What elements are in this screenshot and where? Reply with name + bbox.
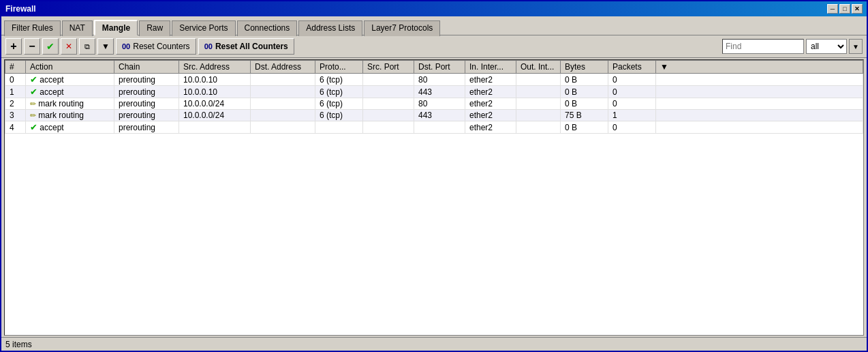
cross-icon: ✕ <box>65 42 72 51</box>
cell-out-int <box>516 110 561 121</box>
table-row[interactable]: 3 ✏ mark routing prerouting 10.0.0.0/24 … <box>5 110 863 121</box>
tab-address-lists[interactable]: Address Lists <box>298 20 362 36</box>
cell-action: ✏ mark routing <box>26 110 114 121</box>
add-button[interactable]: + <box>5 38 22 55</box>
disable-button[interactable]: ✕ <box>61 38 77 55</box>
cell-src-address: 10.0.0.0/24 <box>179 110 251 121</box>
window-title: Firewall <box>5 4 36 14</box>
tabs-bar: Filter Rules NAT Mangle Raw Service Port… <box>1 16 867 35</box>
col-header-in-inter[interactable]: In. Inter... <box>465 61 516 74</box>
cell-packets: 0 <box>608 86 656 98</box>
cell-src-port <box>363 121 414 134</box>
cell-extra <box>656 98 863 110</box>
main-content: # Action Chain Src. Address Dst. Address… <box>1 58 867 337</box>
action-check-icon: ✔ <box>30 87 37 97</box>
table-row[interactable]: 2 ✏ mark routing prerouting 10.0.0.0/24 … <box>5 98 863 110</box>
tab-connections[interactable]: Connections <box>237 20 298 36</box>
action-check-icon: ✔ <box>30 74 37 85</box>
status-bar: 5 items <box>1 337 867 351</box>
cell-extra <box>656 74 863 86</box>
cell-bytes: 0 B <box>561 74 608 86</box>
cell-dst-address <box>251 110 315 121</box>
filter-button[interactable]: ▼ <box>97 38 114 55</box>
col-header-dst-address[interactable]: Dst. Address <box>251 61 315 74</box>
cell-dst-address <box>251 121 315 134</box>
cell-extra <box>656 121 863 134</box>
col-header-proto[interactable]: Proto... <box>315 61 363 74</box>
cell-dst-port: 443 <box>414 86 465 98</box>
cell-in-inter: ether2 <box>465 121 516 134</box>
cell-id: 4 <box>5 121 26 134</box>
cell-src-port <box>363 74 414 86</box>
tab-nat[interactable]: NAT <box>62 20 93 36</box>
cell-action: ✔ accept <box>26 86 114 98</box>
col-header-action[interactable]: Action <box>26 61 114 74</box>
rules-table: # Action Chain Src. Address Dst. Address… <box>5 60 863 134</box>
cell-dst-address <box>251 74 315 86</box>
status-items-label: 5 items <box>5 340 32 349</box>
copy-button[interactable]: ⧉ <box>79 38 95 55</box>
cell-proto: 6 (tcp) <box>315 98 363 110</box>
action-check-icon: ✔ <box>30 122 37 132</box>
tab-layer7-protocols[interactable]: Layer7 Protocols <box>364 20 440 36</box>
cell-packets: 0 <box>608 98 656 110</box>
dropdown-arrow-icon: ▼ <box>852 43 859 50</box>
cell-id: 1 <box>5 86 26 98</box>
title-controls: ─ □ ✕ <box>827 4 863 14</box>
tab-mangle[interactable]: Mangle <box>94 20 138 35</box>
cell-proto: 6 (tcp) <box>315 110 363 121</box>
cell-out-int <box>516 98 561 110</box>
cell-extra <box>656 86 863 98</box>
cell-id: 3 <box>5 110 26 121</box>
close-button[interactable]: ✕ <box>852 4 863 14</box>
reset-all-counters-button[interactable]: 00 Reset All Counters <box>198 38 294 55</box>
cell-out-int <box>516 74 561 86</box>
cell-src-address: 10.0.0.10 <box>179 74 251 86</box>
find-input[interactable] <box>722 39 804 54</box>
tab-service-ports[interactable]: Service Ports <box>172 20 235 36</box>
cell-action: ✔ accept <box>26 121 114 134</box>
firewall-window: Firewall ─ □ ✕ Filter Rules NAT Mangle R… <box>0 0 868 352</box>
dropdown-arrow-button[interactable]: ▼ <box>849 39 863 54</box>
cell-src-port <box>363 98 414 110</box>
cell-proto: 6 (tcp) <box>315 74 363 86</box>
toolbar: + − ✔ ✕ ⧉ ▼ 00 Reset Counters 00 Reset A… <box>1 35 867 58</box>
col-header-packets[interactable]: Packets <box>608 61 656 74</box>
reset-all-counters-label: Reset All Counters <box>215 42 288 51</box>
enable-button[interactable]: ✔ <box>42 38 59 55</box>
remove-button[interactable]: − <box>24 38 40 55</box>
col-header-chain[interactable]: Chain <box>114 61 179 74</box>
maximize-button[interactable]: □ <box>839 4 850 14</box>
cell-src-address: 10.0.0.10 <box>179 86 251 98</box>
filter-dropdown[interactable]: all <box>806 39 847 54</box>
tab-raw[interactable]: Raw <box>139 20 170 36</box>
reset-counters-label: Reset Counters <box>133 42 189 51</box>
col-header-bytes[interactable]: Bytes <box>561 61 608 74</box>
check-icon: ✔ <box>46 41 55 52</box>
copy-icon: ⧉ <box>84 42 90 51</box>
cell-action: ✏ mark routing <box>26 98 114 110</box>
cell-chain: prerouting <box>114 121 179 134</box>
rules-table-container[interactable]: # Action Chain Src. Address Dst. Address… <box>4 59 864 336</box>
table-body: 0 ✔ accept prerouting 10.0.0.10 6 (tcp) … <box>5 74 863 134</box>
cell-dst-port <box>414 121 465 134</box>
cell-bytes: 75 B <box>561 110 608 121</box>
col-header-dst-port[interactable]: Dst. Port <box>414 61 465 74</box>
reset-counters-button[interactable]: 00 Reset Counters <box>116 38 196 55</box>
tab-filter-rules[interactable]: Filter Rules <box>4 20 61 36</box>
col-header-src-address[interactable]: Src. Address <box>179 61 251 74</box>
cell-packets: 0 <box>608 74 656 86</box>
table-row[interactable]: 4 ✔ accept prerouting ether2 0 B 0 <box>5 121 863 134</box>
col-header-out-int[interactable]: Out. Int... <box>516 61 561 74</box>
cell-id: 0 <box>5 74 26 86</box>
col-header-src-port[interactable]: Src. Port <box>363 61 414 74</box>
cell-bytes: 0 B <box>561 121 608 134</box>
cell-bytes: 0 B <box>561 98 608 110</box>
cell-in-inter: ether2 <box>465 86 516 98</box>
table-row[interactable]: 0 ✔ accept prerouting 10.0.0.10 6 (tcp) … <box>5 74 863 86</box>
remove-icon: − <box>29 40 35 53</box>
title-bar: Firewall ─ □ ✕ <box>1 1 867 16</box>
table-header-row: # Action Chain Src. Address Dst. Address… <box>5 61 863 74</box>
minimize-button[interactable]: ─ <box>827 4 838 14</box>
table-row[interactable]: 1 ✔ accept prerouting 10.0.0.10 6 (tcp) … <box>5 86 863 98</box>
